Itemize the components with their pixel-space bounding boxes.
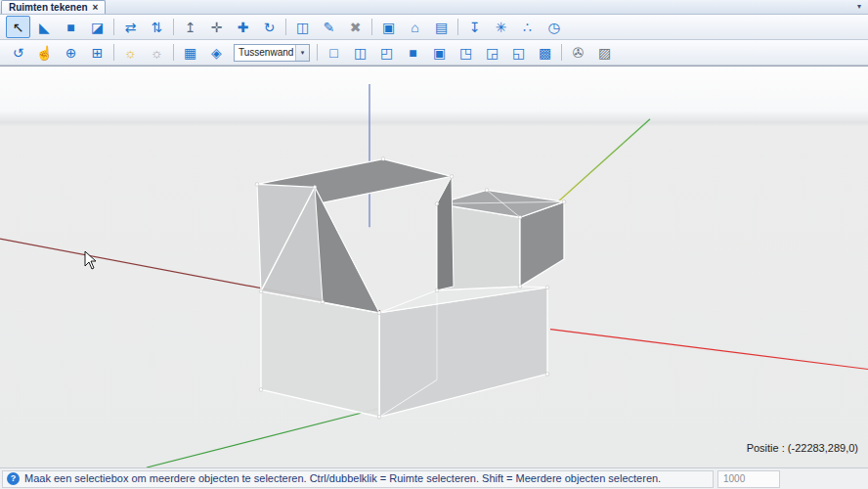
- world-axes: [0, 84, 868, 467]
- screenshot-camera[interactable]: ✇: [566, 41, 590, 64]
- tab-close-icon[interactable]: ×: [93, 3, 99, 13]
- view-wireframe[interactable]: □: [322, 41, 346, 64]
- status-bar: ? Maak een selectiebox om meerdere objec…: [0, 467, 868, 489]
- delete-object[interactable]: ✖: [343, 16, 368, 38]
- toolbar-separator: [457, 19, 458, 35]
- move-copy-object[interactable]: ✚: [231, 16, 255, 38]
- toolbar-separator: [561, 44, 562, 61]
- toolbar-separator: [173, 19, 174, 35]
- mirror-horizontal[interactable]: ⇄: [118, 16, 143, 38]
- status-bar-spacer: [784, 470, 866, 488]
- combo-selected-value: Tussenwand: [235, 48, 295, 58]
- wall-type-combo[interactable]: Tussenwand▾: [234, 44, 310, 62]
- export-image[interactable]: ▨: [592, 41, 617, 64]
- toolbar-separator: [371, 19, 372, 35]
- rotate-object[interactable]: ↻: [257, 16, 282, 38]
- pan-view[interactable]: ☝: [32, 41, 57, 64]
- axis-y-negative: [147, 408, 380, 467]
- view-transparent[interactable]: ◱: [506, 41, 531, 64]
- split-room[interactable]: ◫: [290, 16, 315, 38]
- view-shaded[interactable]: ▣: [427, 41, 452, 64]
- tab-label: Ruimten tekenen: [9, 3, 88, 13]
- view-solid[interactable]: ■: [401, 41, 425, 64]
- light-on[interactable]: ☼: [118, 41, 143, 64]
- history-time[interactable]: ◷: [542, 16, 566, 38]
- snap-points[interactable]: ✳: [489, 16, 513, 38]
- edit-draw[interactable]: ✎: [317, 16, 341, 38]
- measurement-value: 1000: [723, 473, 745, 484]
- polygon-room-tool[interactable]: ◪: [85, 16, 109, 38]
- brick-view[interactable]: ▦: [178, 41, 202, 64]
- add-roof[interactable]: ⌂: [403, 16, 427, 38]
- view-hidden-line[interactable]: ◫: [348, 41, 372, 64]
- view-realistic[interactable]: ▩: [533, 41, 557, 64]
- model-face-connector: [437, 176, 454, 289]
- status-message-panel: ? Maak een selectiebox om meerdere objec…: [2, 470, 714, 488]
- axis-x-positive: [550, 330, 868, 370]
- move-object[interactable]: ✛: [204, 16, 229, 38]
- drop-to-ground[interactable]: ↧: [462, 16, 487, 38]
- tab-ruimten-tekenen[interactable]: Ruimten tekenen ×: [1, 0, 106, 14]
- chevron-down-icon[interactable]: ▾: [295, 45, 309, 61]
- 3d-viewport[interactable]: Positie : (-22283,289,0): [0, 66, 868, 467]
- toolbar-overflow-button[interactable]: ▾: [850, 3, 868, 11]
- status-message: Maak een selectiebox om meerdere objecte…: [24, 473, 661, 484]
- view-textured[interactable]: ◲: [480, 41, 504, 64]
- roof-view[interactable]: ◈: [204, 41, 229, 64]
- corner-wall-tool[interactable]: ◣: [32, 16, 57, 38]
- toolbar-row-1: ↖◣■◪⇄⇅↥✛✚↻◫✎✖▣⌂▤↧✳∴◷: [0, 15, 868, 40]
- select-tool[interactable]: ↖: [6, 16, 30, 38]
- orbit-view[interactable]: ↺: [6, 41, 30, 64]
- zoom-extents[interactable]: ⊞: [85, 41, 109, 64]
- application-window: Ruimten tekenen × ▾ ↖◣■◪⇄⇅↥✛✚↻◫✎✖▣⌂▤↧✳∴◷…: [0, 0, 868, 489]
- building-model[interactable]: [255, 157, 566, 419]
- toolbar-separator: [173, 44, 174, 61]
- rectangle-room-tool[interactable]: ■: [59, 16, 83, 38]
- raise-object[interactable]: ↥: [178, 16, 202, 38]
- view-dashed[interactable]: ◰: [374, 41, 399, 64]
- viewport-canvas[interactable]: [0, 67, 868, 467]
- toolbar-separator: [317, 44, 318, 61]
- spray-points[interactable]: ∴: [515, 16, 540, 38]
- toolbar-row-2: ↺☝⊕⊞☼☼▦◈Tussenwand▾□◫◰■▣◳◲◱▩✇▨: [0, 40, 868, 66]
- help-icon[interactable]: ?: [7, 472, 20, 485]
- toolbar-separator: [113, 44, 114, 61]
- add-room[interactable]: ▣: [376, 16, 401, 38]
- toolbar-separator: [113, 19, 114, 35]
- toolbar-separator: [285, 19, 286, 35]
- tab-bar: Ruimten tekenen × ▾: [0, 0, 868, 15]
- mouse-cursor: [85, 251, 96, 269]
- zoom-view[interactable]: ⊕: [59, 41, 83, 64]
- chevron-down-icon: ▾: [857, 2, 861, 11]
- add-dormer[interactable]: ▤: [429, 16, 454, 38]
- view-shaded-edges[interactable]: ◳: [454, 41, 478, 64]
- measurement-input[interactable]: 1000: [717, 470, 780, 488]
- position-readout: Positie : (-22283,289,0): [747, 443, 858, 454]
- light-off[interactable]: ☼: [145, 41, 169, 64]
- mirror-vertical[interactable]: ⇅: [145, 16, 169, 38]
